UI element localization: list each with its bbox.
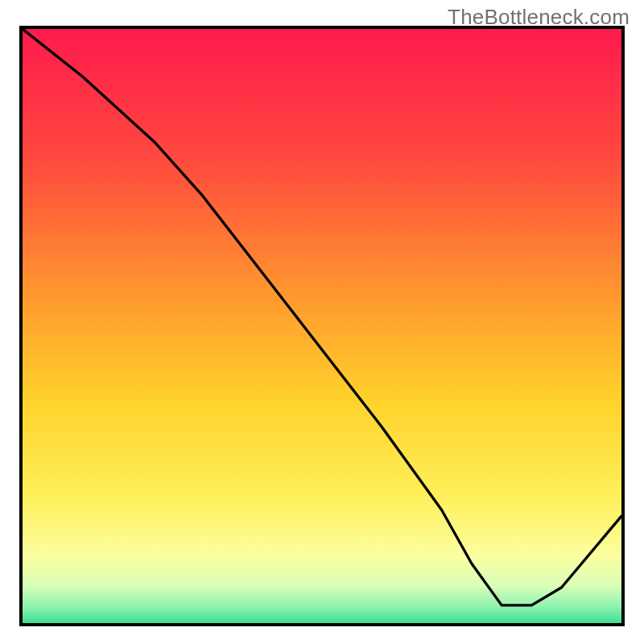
chart-frame (19, 26, 625, 626)
chart-line (23, 29, 621, 623)
